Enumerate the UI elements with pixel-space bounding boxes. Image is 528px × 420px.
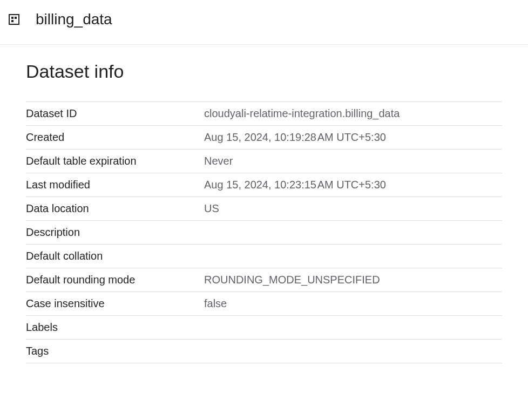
info-row: Description bbox=[26, 221, 502, 245]
info-value: Never bbox=[204, 150, 502, 173]
info-row: CreatedAug 15, 2024, 10:19:28 AM UTC+5:3… bbox=[26, 126, 502, 150]
dataset-info-table: Dataset IDcloudyali-relatime-integration… bbox=[26, 101, 502, 363]
content-area: Dataset info Dataset IDcloudyali-relatim… bbox=[0, 45, 528, 363]
info-value bbox=[204, 221, 502, 245]
info-value bbox=[204, 316, 502, 340]
svg-rect-1 bbox=[11, 17, 13, 19]
info-label: Data location bbox=[26, 197, 204, 221]
info-row: Default collation bbox=[26, 245, 502, 268]
page-header: billing_data bbox=[0, 0, 528, 45]
info-row: Labels bbox=[26, 316, 502, 340]
info-label: Description bbox=[26, 221, 204, 245]
info-label: Dataset ID bbox=[26, 102, 204, 126]
svg-rect-2 bbox=[15, 17, 17, 19]
info-row: Case insensitivefalse bbox=[26, 292, 502, 316]
info-value: Aug 15, 2024, 10:23:15 AM UTC+5:30 bbox=[204, 173, 502, 197]
info-row: Last modifiedAug 15, 2024, 10:23:15 AM U… bbox=[26, 173, 502, 197]
info-label: Labels bbox=[26, 316, 204, 340]
info-row: Data locationUS bbox=[26, 197, 502, 221]
info-label: Default collation bbox=[26, 245, 204, 268]
info-label: Default table expiration bbox=[26, 150, 204, 173]
info-value bbox=[204, 340, 502, 363]
info-label: Created bbox=[26, 126, 204, 150]
info-row: Default table expirationNever bbox=[26, 150, 502, 173]
dataset-title: billing_data bbox=[36, 11, 112, 28]
info-value: false bbox=[204, 292, 502, 316]
svg-rect-0 bbox=[9, 15, 19, 24]
info-value: ROUNDING_MODE_UNSPECIFIED bbox=[204, 268, 502, 292]
dataset-icon bbox=[8, 13, 21, 26]
info-label: Last modified bbox=[26, 173, 204, 197]
info-row: Tags bbox=[26, 340, 502, 363]
info-label: Tags bbox=[26, 340, 204, 363]
info-label: Default rounding mode bbox=[26, 268, 204, 292]
info-row: Dataset IDcloudyali-relatime-integration… bbox=[26, 102, 502, 126]
info-row: Default rounding modeROUNDING_MODE_UNSPE… bbox=[26, 268, 502, 292]
info-value: Aug 15, 2024, 10:19:28 AM UTC+5:30 bbox=[204, 126, 502, 150]
info-value bbox=[204, 245, 502, 268]
svg-rect-3 bbox=[11, 20, 13, 22]
info-label: Case insensitive bbox=[26, 292, 204, 316]
info-value: cloudyali-relatime-integration.billing_d… bbox=[204, 102, 502, 126]
info-value: US bbox=[204, 197, 502, 221]
section-title: Dataset info bbox=[26, 61, 502, 82]
